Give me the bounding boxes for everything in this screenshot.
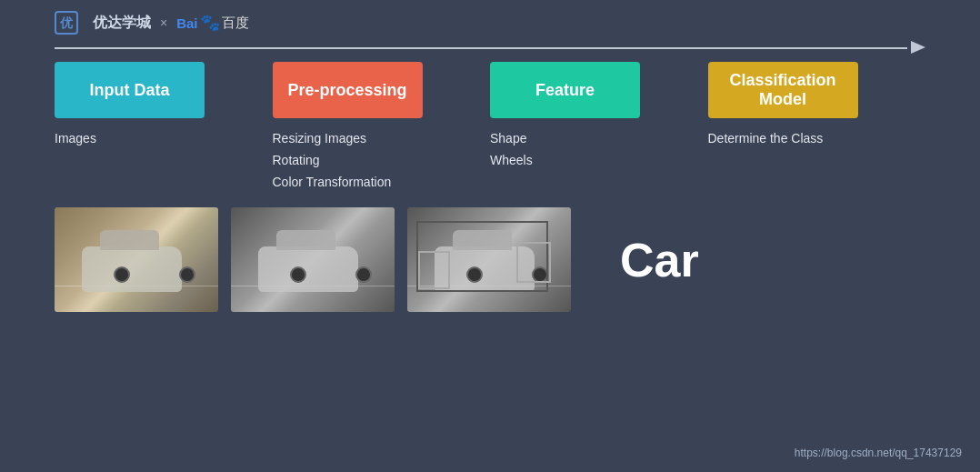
bbox-cyan-right — [516, 242, 551, 283]
car-wheel-left — [114, 266, 130, 283]
stage-item: Resizing Images — [273, 131, 392, 146]
car-image-bw — [231, 207, 395, 312]
bw-car-bg — [231, 207, 395, 312]
car-wheel-left-bw — [290, 266, 306, 283]
stage-item: Shape — [490, 131, 533, 146]
pipeline-row: Input DataImagesPre-processingResizing I… — [55, 62, 925, 189]
header: 优 优达学城 × Bai 🐾 百度 — [0, 0, 980, 35]
stage-preprocess: Pre-processingResizing ImagesRotatingCol… — [273, 62, 491, 189]
csdn-link: https://blog.csdn.net/qq_17437129 — [795, 447, 962, 459]
stage-classification: Classification ModelDetermine the Class — [708, 62, 926, 146]
stage-items-classification: Determine the Class — [708, 131, 824, 146]
stage-box-classification: Classification Model — [708, 62, 858, 118]
car-image-color — [55, 207, 218, 312]
images-row: Car — [55, 207, 925, 312]
baidu-text: Bai — [176, 15, 197, 31]
car-wheel-right — [179, 266, 195, 283]
stage-input: Input DataImages — [55, 62, 273, 146]
arrow-head-icon — [911, 41, 925, 54]
arrow-line — [55, 47, 907, 49]
stage-box-input: Input Data — [55, 62, 205, 118]
car-shape-bw — [258, 246, 358, 292]
site-name: 优达学城 — [93, 14, 151, 33]
logo-icon: 优 — [55, 11, 78, 35]
baidu-brand: Bai 🐾 百度 — [176, 13, 248, 33]
stage-box-preprocess: Pre-processing — [273, 62, 423, 118]
baidu-cn-text: 百度 — [222, 15, 249, 32]
bbox-cyan-left — [418, 251, 450, 289]
stage-item: Images — [55, 131, 96, 146]
cross-icon: × — [160, 15, 167, 30]
stage-item: Rotating — [273, 153, 392, 167]
stage-items-input: Images — [55, 131, 96, 146]
pipeline-arrow — [55, 42, 925, 53]
car-shape-color — [82, 246, 182, 292]
stage-item: Determine the Class — [708, 131, 824, 146]
stage-items-preprocess: Resizing ImagesRotatingColor Transformat… — [273, 131, 392, 189]
stage-box-feature: Feature — [490, 62, 640, 118]
baidu-paw-icon: 🐾 — [200, 13, 220, 33]
stage-item: Color Transformation — [273, 175, 392, 189]
stage-item: Wheels — [490, 153, 533, 167]
stage-items-feature: ShapeWheels — [490, 131, 533, 167]
color-car-bg — [55, 207, 218, 312]
car-image-detected — [407, 207, 571, 312]
detected-car-bg — [407, 207, 571, 312]
car-wheel-right-bw — [355, 266, 372, 283]
car-class-label: Car — [620, 233, 925, 287]
stage-feature: FeatureShapeWheels — [490, 62, 708, 167]
